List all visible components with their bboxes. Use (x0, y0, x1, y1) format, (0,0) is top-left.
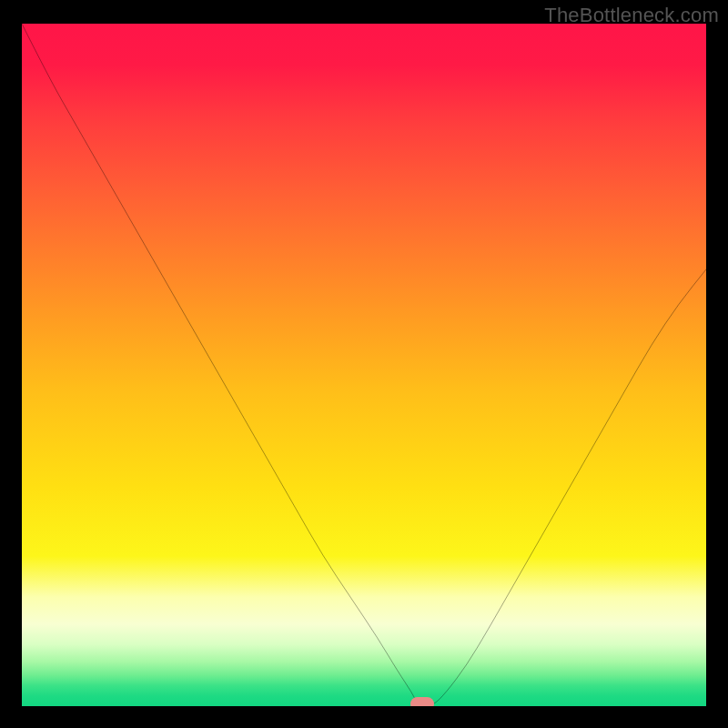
minimum-marker (410, 697, 435, 706)
bottleneck-curve (22, 24, 706, 706)
watermark-text: TheBottleneck.com (544, 4, 719, 27)
plot-area (22, 24, 706, 706)
chart-frame: TheBottleneck.com (0, 0, 728, 728)
